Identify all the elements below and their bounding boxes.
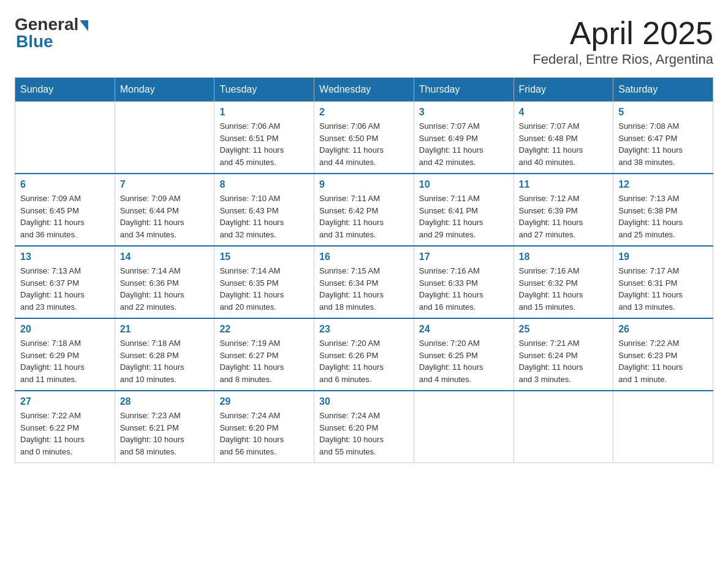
- day-info: Sunrise: 7:16 AMSunset: 6:32 PMDaylight:…: [519, 265, 609, 313]
- day-info: Sunrise: 7:06 AMSunset: 6:51 PMDaylight:…: [219, 120, 309, 168]
- calendar-day-cell: 16Sunrise: 7:15 AMSunset: 6:34 PMDayligh…: [314, 246, 414, 318]
- calendar-day-cell: 25Sunrise: 7:21 AMSunset: 6:24 PMDayligh…: [514, 318, 613, 391]
- calendar-day-cell: 10Sunrise: 7:11 AMSunset: 6:41 PMDayligh…: [414, 174, 514, 246]
- calendar-day-cell: 19Sunrise: 7:17 AMSunset: 6:31 PMDayligh…: [613, 246, 713, 318]
- day-number: 9: [319, 179, 409, 190]
- calendar-day-cell: 23Sunrise: 7:20 AMSunset: 6:26 PMDayligh…: [314, 318, 414, 391]
- day-info: Sunrise: 7:24 AMSunset: 6:20 PMDaylight:…: [319, 410, 409, 458]
- calendar-week-row: 27Sunrise: 7:22 AMSunset: 6:22 PMDayligh…: [15, 391, 713, 463]
- calendar-day-cell: 7Sunrise: 7:09 AMSunset: 6:44 PMDaylight…: [115, 174, 214, 246]
- day-info: Sunrise: 7:20 AMSunset: 6:25 PMDaylight:…: [419, 337, 509, 385]
- day-number: 3: [419, 107, 509, 118]
- day-number: 12: [618, 179, 708, 190]
- day-number: 24: [419, 324, 509, 335]
- calendar-day-cell: 8Sunrise: 7:10 AMSunset: 6:43 PMDaylight…: [214, 174, 314, 246]
- day-number: 8: [219, 179, 309, 190]
- day-info: Sunrise: 7:18 AMSunset: 6:29 PMDaylight:…: [20, 337, 110, 385]
- day-info: Sunrise: 7:22 AMSunset: 6:23 PMDaylight:…: [618, 337, 708, 385]
- calendar-header-cell: Wednesday: [314, 78, 414, 102]
- calendar-day-cell: 5Sunrise: 7:08 AMSunset: 6:47 PMDaylight…: [613, 102, 713, 174]
- calendar-day-cell: 11Sunrise: 7:12 AMSunset: 6:39 PMDayligh…: [514, 174, 613, 246]
- calendar-day-cell: 14Sunrise: 7:14 AMSunset: 6:36 PMDayligh…: [115, 246, 214, 318]
- calendar-header-cell: Tuesday: [214, 78, 314, 102]
- day-number: 13: [20, 251, 110, 262]
- calendar-day-cell: 18Sunrise: 7:16 AMSunset: 6:32 PMDayligh…: [514, 246, 613, 318]
- calendar-day-cell: [514, 391, 613, 463]
- calendar-day-cell: 13Sunrise: 7:13 AMSunset: 6:37 PMDayligh…: [15, 246, 115, 318]
- calendar-header-cell: Thursday: [414, 78, 514, 102]
- day-info: Sunrise: 7:12 AMSunset: 6:39 PMDaylight:…: [519, 193, 609, 240]
- day-info: Sunrise: 7:06 AMSunset: 6:50 PMDaylight:…: [319, 120, 409, 168]
- day-number: 11: [519, 179, 609, 190]
- calendar-day-cell: [15, 102, 115, 174]
- page-title: April 2025: [533, 15, 713, 52]
- day-number: 2: [319, 107, 409, 118]
- logo-blue-text: Blue: [15, 32, 53, 52]
- day-number: 20: [20, 324, 110, 335]
- day-number: 16: [319, 251, 409, 262]
- day-info: Sunrise: 7:13 AMSunset: 6:38 PMDaylight:…: [618, 193, 708, 240]
- calendar-week-row: 13Sunrise: 7:13 AMSunset: 6:37 PMDayligh…: [15, 246, 713, 318]
- day-number: 30: [319, 396, 409, 407]
- day-number: 22: [219, 324, 309, 335]
- day-info: Sunrise: 7:16 AMSunset: 6:33 PMDaylight:…: [419, 265, 509, 313]
- calendar-header-cell: Monday: [115, 78, 214, 102]
- day-number: 28: [120, 396, 210, 407]
- day-number: 21: [120, 324, 210, 335]
- day-info: Sunrise: 7:07 AMSunset: 6:48 PMDaylight:…: [519, 120, 609, 168]
- calendar-day-cell: 4Sunrise: 7:07 AMSunset: 6:48 PMDaylight…: [514, 102, 613, 174]
- calendar-day-cell: 3Sunrise: 7:07 AMSunset: 6:49 PMDaylight…: [414, 102, 514, 174]
- day-number: 29: [219, 396, 309, 407]
- day-number: 1: [219, 107, 309, 118]
- calendar-day-cell: 26Sunrise: 7:22 AMSunset: 6:23 PMDayligh…: [613, 318, 713, 391]
- day-info: Sunrise: 7:22 AMSunset: 6:22 PMDaylight:…: [20, 410, 110, 458]
- calendar-day-cell: [414, 391, 514, 463]
- calendar-day-cell: 28Sunrise: 7:23 AMSunset: 6:21 PMDayligh…: [115, 391, 214, 463]
- calendar-header-row: SundayMondayTuesdayWednesdayThursdayFrid…: [15, 78, 713, 102]
- calendar-day-cell: 30Sunrise: 7:24 AMSunset: 6:20 PMDayligh…: [314, 391, 414, 463]
- calendar-day-cell: 1Sunrise: 7:06 AMSunset: 6:51 PMDaylight…: [214, 102, 314, 174]
- day-number: 18: [519, 251, 609, 262]
- logo-arrow-icon: [80, 20, 88, 31]
- calendar-day-cell: 29Sunrise: 7:24 AMSunset: 6:20 PMDayligh…: [214, 391, 314, 463]
- calendar-day-cell: [613, 391, 713, 463]
- day-info: Sunrise: 7:08 AMSunset: 6:47 PMDaylight:…: [618, 120, 708, 168]
- day-number: 19: [618, 251, 708, 262]
- day-number: 27: [20, 396, 110, 407]
- page-header: General Blue April 2025 Federal, Entre R…: [15, 15, 713, 67]
- day-number: 6: [20, 179, 110, 190]
- day-info: Sunrise: 7:11 AMSunset: 6:41 PMDaylight:…: [419, 193, 509, 240]
- logo: General Blue: [15, 15, 88, 52]
- day-number: 5: [618, 107, 708, 118]
- day-number: 17: [419, 251, 509, 262]
- day-info: Sunrise: 7:11 AMSunset: 6:42 PMDaylight:…: [319, 193, 409, 240]
- day-info: Sunrise: 7:24 AMSunset: 6:20 PMDaylight:…: [219, 410, 309, 458]
- day-number: 10: [419, 179, 509, 190]
- calendar-table: SundayMondayTuesdayWednesdayThursdayFrid…: [15, 77, 713, 463]
- calendar-day-cell: 9Sunrise: 7:11 AMSunset: 6:42 PMDaylight…: [314, 174, 414, 246]
- page-subtitle: Federal, Entre Rios, Argentina: [533, 52, 713, 67]
- day-info: Sunrise: 7:14 AMSunset: 6:36 PMDaylight:…: [120, 265, 210, 313]
- calendar-day-cell: [115, 102, 214, 174]
- day-info: Sunrise: 7:10 AMSunset: 6:43 PMDaylight:…: [219, 193, 309, 240]
- day-info: Sunrise: 7:07 AMSunset: 6:49 PMDaylight:…: [419, 120, 509, 168]
- calendar-day-cell: 24Sunrise: 7:20 AMSunset: 6:25 PMDayligh…: [414, 318, 514, 391]
- calendar-day-cell: 20Sunrise: 7:18 AMSunset: 6:29 PMDayligh…: [15, 318, 115, 391]
- calendar-day-cell: 17Sunrise: 7:16 AMSunset: 6:33 PMDayligh…: [414, 246, 514, 318]
- calendar-day-cell: 21Sunrise: 7:18 AMSunset: 6:28 PMDayligh…: [115, 318, 214, 391]
- calendar-header-cell: Sunday: [15, 78, 115, 102]
- day-number: 4: [519, 107, 609, 118]
- day-number: 23: [319, 324, 409, 335]
- day-info: Sunrise: 7:15 AMSunset: 6:34 PMDaylight:…: [319, 265, 409, 313]
- day-number: 26: [618, 324, 708, 335]
- calendar-day-cell: 2Sunrise: 7:06 AMSunset: 6:50 PMDaylight…: [314, 102, 414, 174]
- day-info: Sunrise: 7:13 AMSunset: 6:37 PMDaylight:…: [20, 265, 110, 313]
- day-number: 25: [519, 324, 609, 335]
- calendar-week-row: 1Sunrise: 7:06 AMSunset: 6:51 PMDaylight…: [15, 102, 713, 174]
- day-number: 14: [120, 251, 210, 262]
- day-info: Sunrise: 7:23 AMSunset: 6:21 PMDaylight:…: [120, 410, 210, 458]
- calendar-day-cell: 12Sunrise: 7:13 AMSunset: 6:38 PMDayligh…: [613, 174, 713, 246]
- day-info: Sunrise: 7:17 AMSunset: 6:31 PMDaylight:…: [618, 265, 708, 313]
- calendar-header-cell: Saturday: [613, 78, 713, 102]
- calendar-week-row: 6Sunrise: 7:09 AMSunset: 6:45 PMDaylight…: [15, 174, 713, 246]
